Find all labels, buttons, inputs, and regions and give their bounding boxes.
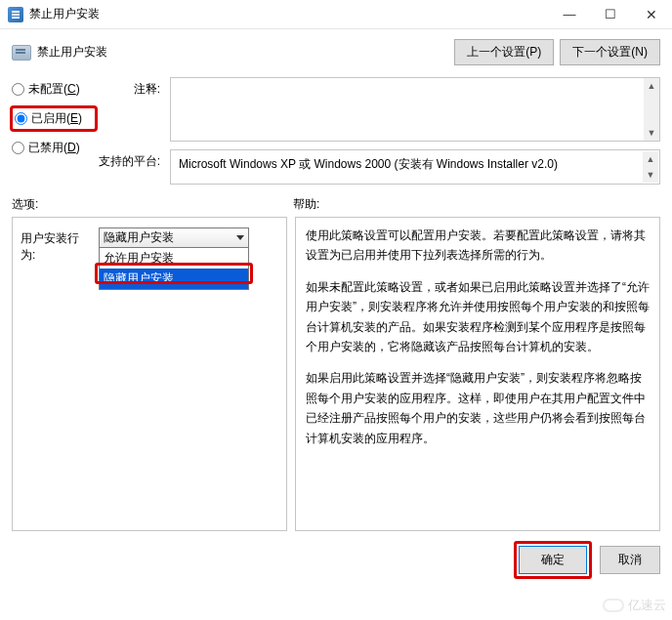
radio-enabled-input[interactable] xyxy=(15,112,27,125)
app-icon xyxy=(8,7,23,22)
close-button[interactable]: ✕ xyxy=(631,0,672,29)
radio-disabled[interactable]: 已禁用(D) xyxy=(12,140,96,156)
prev-setting-button[interactable]: 上一个设置(P) xyxy=(454,39,554,65)
platform-row: 支持的平台: Microsoft Windows XP 或 Windows 20… xyxy=(96,149,660,185)
radio-group: 未配置(C) 已启用(E) 已禁用(D) xyxy=(12,77,96,156)
behavior-field: 用户安装行为: 隐藏用户安装 允许用户安装 隐藏用户安装 xyxy=(21,227,278,264)
platform-value: Microsoft Windows XP 或 Windows 2000 (安装有… xyxy=(179,157,558,171)
minimize-button[interactable]: — xyxy=(549,0,590,29)
footer: 确定 取消 xyxy=(0,531,672,589)
cancel-button[interactable]: 取消 xyxy=(600,546,660,574)
radio-unconfigured-label: 未配置(C) xyxy=(28,81,80,98)
comment-label: 注释: xyxy=(96,77,160,98)
highlight-ok-button: 确定 xyxy=(514,541,592,579)
scroll-up-icon[interactable]: ▲ xyxy=(644,78,659,94)
platform-label: 支持的平台: xyxy=(96,149,160,170)
main-row: 用户安装行为: 隐藏用户安装 允许用户安装 隐藏用户安装 使用此策略设置可以配置… xyxy=(0,217,672,531)
options-panel: 用户安装行为: 隐藏用户安装 允许用户安装 隐藏用户安装 xyxy=(12,217,287,531)
help-paragraph-1: 使用此策略设置可以配置用户安装。若要配置此策略设置，请将其设置为已启用并使用下拉… xyxy=(306,226,650,266)
watermark: 亿速云 xyxy=(603,597,666,614)
radio-disabled-input[interactable] xyxy=(12,142,24,154)
right-column: 注释: ▲ ▼ 支持的平台: Microsoft Windows XP 或 Wi… xyxy=(96,77,660,185)
scroll-up-icon[interactable]: ▲ xyxy=(643,151,658,167)
behavior-selected: 隐藏用户安装 xyxy=(104,229,174,246)
behavior-label: 用户安装行为: xyxy=(21,227,93,264)
next-setting-button[interactable]: 下一个设置(N) xyxy=(560,39,660,65)
section-headers: 选项: 帮助: xyxy=(0,188,672,217)
nav-buttons: 上一个设置(P) 下一个设置(N) xyxy=(454,39,660,65)
dropdown-item-hide[interactable]: 隐藏用户安装 xyxy=(100,269,248,289)
behavior-dropdown-wrap: 隐藏用户安装 允许用户安装 隐藏用户安装 xyxy=(99,227,249,248)
help-panel: 使用此策略设置可以配置用户安装。若要配置此策略设置，请将其设置为已启用并使用下拉… xyxy=(295,217,660,531)
platform-scrollbar[interactable]: ▲ ▼ xyxy=(643,151,658,183)
radio-disabled-label: 已禁用(D) xyxy=(28,140,80,156)
window-buttons: — ☐ ✕ xyxy=(549,0,672,29)
window-title: 禁止用户安装 xyxy=(29,6,549,22)
comment-scrollbar[interactable]: ▲ ▼ xyxy=(644,78,659,141)
cloud-icon xyxy=(603,599,624,612)
dropdown-item-allow[interactable]: 允许用户安装 xyxy=(100,248,248,269)
radio-unconfigured-input[interactable] xyxy=(12,83,24,96)
behavior-dropdown-list: 允许用户安装 隐藏用户安装 xyxy=(99,247,249,290)
radio-enabled[interactable]: 已启用(E) xyxy=(15,110,93,127)
help-paragraph-2: 如果未配置此策略设置，或者如果已启用此策略设置并选择了“允许用户安装”，则安装程… xyxy=(306,277,650,357)
help-header: 帮助: xyxy=(293,196,660,213)
watermark-text: 亿速云 xyxy=(628,597,666,614)
maximize-button[interactable]: ☐ xyxy=(590,0,631,29)
comment-textarea[interactable] xyxy=(170,77,660,142)
comment-row: 注释: ▲ ▼ xyxy=(96,77,660,142)
policy-icon xyxy=(12,45,31,61)
radio-enabled-label: 已启用(E) xyxy=(31,110,82,127)
title-bar: 禁止用户安装 — ☐ ✕ xyxy=(0,0,672,29)
sub-header: 禁止用户安装 上一个设置(P) 下一个设置(N) xyxy=(0,29,672,71)
radio-unconfigured[interactable]: 未配置(C) xyxy=(12,81,96,98)
options-header: 选项: xyxy=(12,196,293,213)
ok-button[interactable]: 确定 xyxy=(519,546,587,574)
behavior-dropdown[interactable]: 隐藏用户安装 xyxy=(99,227,249,248)
scroll-down-icon[interactable]: ▼ xyxy=(644,125,659,141)
platform-box: Microsoft Windows XP 或 Windows 2000 (安装有… xyxy=(170,149,660,185)
policy-title: 禁止用户安装 xyxy=(37,44,454,61)
chevron-down-icon xyxy=(236,235,244,240)
highlight-enabled-radio: 已启用(E) xyxy=(10,105,98,132)
help-paragraph-3: 如果启用此策略设置并选择“隐藏用户安装”，则安装程序将忽略按照每个用户安装的应用… xyxy=(306,368,650,448)
config-row: 未配置(C) 已启用(E) 已禁用(D) 注释: ▲ ▼ 支持的平台: xyxy=(0,71,672,188)
scroll-down-icon[interactable]: ▼ xyxy=(643,167,658,183)
